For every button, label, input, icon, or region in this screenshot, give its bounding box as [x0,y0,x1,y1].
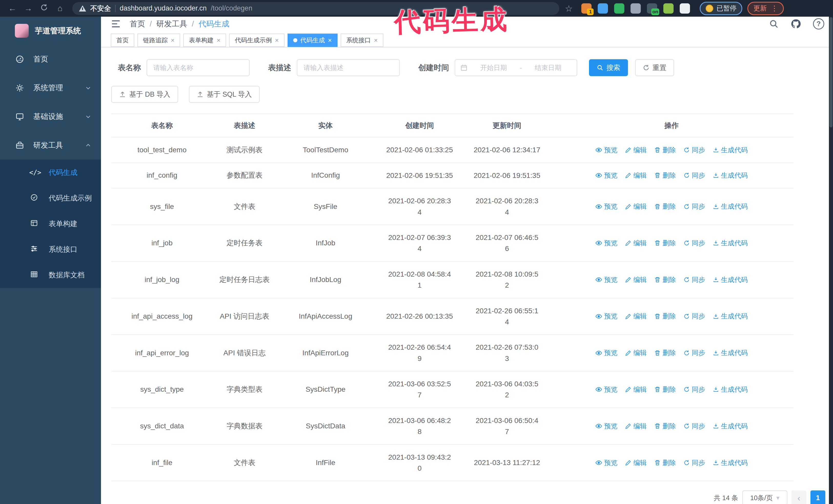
row-action-edit[interactable]: 编辑 [625,239,647,248]
paused-chip[interactable]: 已暂停 [700,2,742,15]
row-action-delete[interactable]: 删除 [654,458,676,467]
forward-icon[interactable]: → [21,4,35,13]
page-size-select[interactable]: 10条/页 ▾ [742,490,787,504]
row-action-eye[interactable]: 预览 [595,458,617,467]
row-action-download[interactable]: 生成代码 [713,239,748,248]
row-action-eye[interactable]: 预览 [595,385,617,394]
page-button-1[interactable]: 1 [810,490,825,504]
row-action-download[interactable]: 生成代码 [713,202,748,211]
update-button[interactable]: 更新 ⋮ [747,2,784,15]
extension-tiles-icon[interactable] [630,3,641,14]
row-action-edit[interactable]: 编辑 [625,312,647,321]
reload-icon[interactable] [37,4,51,13]
hamburger-icon[interactable] [111,19,121,29]
reset-button[interactable]: 重置 [635,59,674,76]
search-button[interactable]: 搜索 [589,59,628,76]
tab-close-icon[interactable]: × [217,37,220,44]
row-action-delete[interactable]: 删除 [654,312,676,321]
end-date-placeholder[interactable]: 结束日期 [524,63,572,72]
row-action-eye[interactable]: 预览 [595,202,617,211]
breadcrumb-devtools[interactable]: 研发工具 [156,19,187,29]
row-action-eye[interactable]: 预览 [595,275,617,284]
row-action-delete[interactable]: 删除 [654,202,676,211]
home-icon[interactable]: ⌂ [53,4,67,13]
sidebar-item-system-api[interactable]: 系统接口 [0,237,101,262]
tab-首页[interactable]: 首页 [111,33,134,47]
sidebar-item-form-builder[interactable]: 表单构建 [0,211,101,237]
row-action-delete[interactable]: 删除 [654,239,676,248]
sidebar-item-home[interactable]: 首页 [0,45,101,74]
sidebar-item-system[interactable]: 系统管理 [0,74,101,102]
extension-puzzle-icon[interactable] [680,3,690,14]
tab-表单构建[interactable]: 表单构建 × [183,33,226,47]
extension-switch-icon[interactable]: on [647,3,657,14]
sidebar-item-codegen-example[interactable]: 代码生成示例 [0,185,101,211]
github-icon[interactable] [790,19,801,29]
row-action-sync[interactable]: 同步 [684,458,705,467]
row-action-sync[interactable]: 同步 [684,171,705,180]
tab-close-icon[interactable]: × [374,37,378,44]
tab-代码生成示例[interactable]: 代码生成示例 × [229,33,284,47]
kebab-menu-icon[interactable]: ⋮ [771,4,778,13]
row-action-download[interactable]: 生成代码 [713,146,748,154]
address-bar[interactable]: 不安全 dashboard.yudao.iocoder.cn/tool/code… [72,2,559,15]
row-action-eye[interactable]: 预览 [595,239,617,248]
row-action-download[interactable]: 生成代码 [713,422,748,431]
row-action-download[interactable]: 生成代码 [713,349,748,357]
table-desc-input[interactable] [297,59,400,76]
row-action-edit[interactable]: 编辑 [625,275,647,284]
row-action-edit[interactable]: 编辑 [625,146,647,154]
row-action-sync[interactable]: 同步 [684,202,705,211]
row-action-edit[interactable]: 编辑 [625,349,647,357]
sidebar-item-db-doc[interactable]: 数据库文档 [0,262,101,288]
tab-close-icon[interactable]: × [171,37,174,44]
row-action-sync[interactable]: 同步 [684,239,705,248]
scrollbar-thumb[interactable] [829,17,832,127]
sidebar-item-infra[interactable]: 基础设施 [0,102,101,131]
import-db-button[interactable]: 基于 DB 导入 [111,86,178,103]
page-scrollbar[interactable] [829,17,833,504]
start-date-placeholder[interactable]: 开始日期 [470,63,517,72]
sidebar-item-codegen[interactable]: </> 代码生成 [0,160,101,185]
row-action-download[interactable]: 生成代码 [713,458,748,467]
extension-shield-check-icon[interactable] [614,3,624,14]
tab-链路追踪[interactable]: 链路追踪 × [137,33,180,47]
row-action-eye[interactable]: 预览 [595,349,617,357]
row-action-eye[interactable]: 预览 [595,146,617,154]
tab-系统接口[interactable]: 系统接口 × [341,33,383,47]
row-action-delete[interactable]: 删除 [654,275,676,284]
security-label[interactable]: 不安全 [90,4,111,13]
row-action-download[interactable]: 生成代码 [713,312,748,321]
row-action-sync[interactable]: 同步 [684,422,705,431]
row-action-delete[interactable]: 删除 [654,146,676,154]
bookmark-star-icon[interactable]: ☆ [565,3,573,14]
row-action-download[interactable]: 生成代码 [713,171,748,180]
row-action-edit[interactable]: 编辑 [625,202,647,211]
row-action-eye[interactable]: 预览 [595,171,617,180]
extension-orange-icon[interactable]: 1 [581,3,592,14]
breadcrumb-home[interactable]: 首页 [130,19,145,29]
row-action-delete[interactable]: 删除 [654,171,676,180]
tab-代码生成[interactable]: 代码生成 × [288,33,337,47]
row-action-delete[interactable]: 删除 [654,422,676,431]
row-action-download[interactable]: 生成代码 [713,275,748,284]
extension-key-icon[interactable] [663,3,673,14]
prev-page-button[interactable]: ‹ [791,490,806,504]
import-sql-button[interactable]: 基于 SQL 导入 [189,86,260,103]
row-action-edit[interactable]: 编辑 [625,385,647,394]
row-action-sync[interactable]: 同步 [684,275,705,284]
extension-gem-icon[interactable] [598,3,608,14]
tab-close-icon[interactable]: × [275,37,279,44]
row-action-sync[interactable]: 同步 [684,146,705,154]
date-range-picker[interactable]: 开始日期 - 结束日期 [455,59,577,76]
row-action-delete[interactable]: 删除 [654,385,676,394]
row-action-eye[interactable]: 预览 [595,312,617,321]
row-action-delete[interactable]: 删除 [654,349,676,357]
row-action-sync[interactable]: 同步 [684,349,705,357]
row-action-edit[interactable]: 编辑 [625,171,647,180]
row-action-sync[interactable]: 同步 [684,312,705,321]
tab-close-icon[interactable]: × [328,37,332,44]
row-action-eye[interactable]: 预览 [595,422,617,431]
search-icon[interactable] [769,19,779,29]
row-action-download[interactable]: 生成代码 [713,385,748,394]
